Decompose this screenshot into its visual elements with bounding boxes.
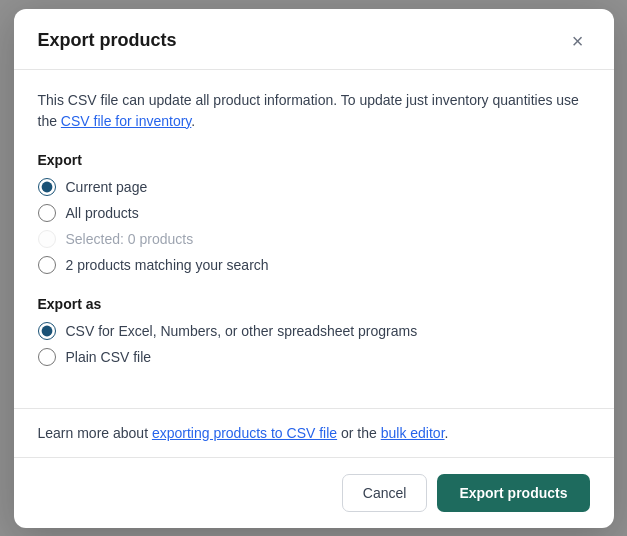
export-as-option-plain-csv[interactable]: Plain CSV file <box>38 348 590 366</box>
export-as-radio-csv-excel[interactable] <box>38 322 56 340</box>
footer-text-before: Learn more about <box>38 425 152 441</box>
export-option-current-page[interactable]: Current page <box>38 178 590 196</box>
dialog-title: Export products <box>38 30 177 51</box>
export-csv-link[interactable]: exporting products to CSV file <box>152 425 337 441</box>
export-as-radio-plain-csv[interactable] <box>38 348 56 366</box>
dialog-body: This CSV file can update all product inf… <box>14 70 614 408</box>
export-products-button[interactable]: Export products <box>437 474 589 512</box>
export-radio-matching[interactable] <box>38 256 56 274</box>
export-as-section-label: Export as <box>38 296 590 312</box>
info-text-after: . <box>191 113 195 129</box>
export-section-label: Export <box>38 152 590 168</box>
export-label-current-page[interactable]: Current page <box>66 179 148 195</box>
dialog-header: Export products × <box>14 9 614 70</box>
export-options-group: Current page All products Selected: 0 pr… <box>38 178 590 274</box>
export-products-dialog: Export products × This CSV file can upda… <box>14 9 614 528</box>
footer-text: Learn more about exporting products to C… <box>14 408 614 457</box>
footer-text-middle: or the <box>337 425 381 441</box>
export-as-option-csv-excel[interactable]: CSV for Excel, Numbers, or other spreads… <box>38 322 590 340</box>
export-option-selected: Selected: 0 products <box>38 230 590 248</box>
cancel-button[interactable]: Cancel <box>342 474 428 512</box>
export-label-matching[interactable]: 2 products matching your search <box>66 257 269 273</box>
info-text: This CSV file can update all product inf… <box>38 90 590 132</box>
bulk-editor-link[interactable]: bulk editor <box>381 425 445 441</box>
modal-overlay: Export products × This CSV file can upda… <box>0 0 627 536</box>
export-radio-selected <box>38 230 56 248</box>
export-as-label-csv-excel[interactable]: CSV for Excel, Numbers, or other spreads… <box>66 323 418 339</box>
export-radio-all-products[interactable] <box>38 204 56 222</box>
export-as-label-plain-csv[interactable]: Plain CSV file <box>66 349 152 365</box>
dialog-actions: Cancel Export products <box>14 457 614 528</box>
export-label-all-products[interactable]: All products <box>66 205 139 221</box>
export-as-options-group: CSV for Excel, Numbers, or other spreads… <box>38 322 590 366</box>
export-radio-current-page[interactable] <box>38 178 56 196</box>
footer-text-after: . <box>445 425 449 441</box>
csv-inventory-link[interactable]: CSV file for inventory <box>61 113 191 129</box>
export-option-all-products[interactable]: All products <box>38 204 590 222</box>
export-label-selected: Selected: 0 products <box>66 231 194 247</box>
export-option-matching[interactable]: 2 products matching your search <box>38 256 590 274</box>
close-button[interactable]: × <box>566 29 590 53</box>
